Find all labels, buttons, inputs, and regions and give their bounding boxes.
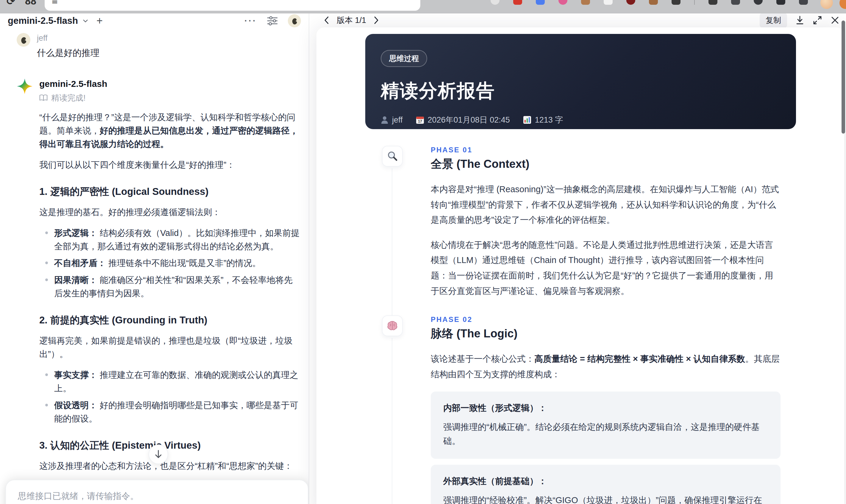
reload-icon[interactable]: ⟳ [6, 0, 15, 7]
extension-icon[interactable] [672, 0, 681, 5]
user-turn: jeff 什么是好的推理 [17, 33, 300, 59]
report-title: 精读分析报告 [381, 78, 780, 103]
magnifier-icon [382, 146, 403, 167]
phase-label: PHASE 02 [431, 316, 780, 324]
close-icon[interactable] [830, 16, 840, 25]
report-meta: jeff 17 2026年01月08日 02:45 [381, 114, 780, 125]
assistant-paragraph: 我们可以从以下四个维度来衡量什么是“好的推理”： [39, 158, 300, 172]
tab-counter[interactable]: 88 [25, 0, 36, 7]
model-selector[interactable]: gemini-2.5-flash [8, 16, 89, 26]
version-nav: 版本 1/1 [323, 15, 379, 25]
assistant-paragraph: “什么是好的推理？”这是一个涉及逻辑学、认知科学和哲学核心的问题。简单来说，好的… [39, 111, 300, 151]
separator [694, 0, 695, 5]
bullet-item: 假设透明： 好的推理会明确指明哪些是已知事实，哪些是基于可能的假设。 [54, 399, 300, 426]
dimension-card-title: 内部一致性（形式逻辑）： [443, 402, 768, 414]
dimension-card-body: 强调推理的“经验校准”。解决“GIGO（垃圾进，垃圾出）”问题，确保推理引擎运行… [443, 493, 768, 504]
bar-chart-icon [523, 116, 531, 124]
extension-icon[interactable] [776, 0, 785, 5]
text-run: 该论述基于一个核心公式： [431, 354, 534, 364]
text-run: 高质量结论 = 结构完整性 × 事实准确性 × 认知自律系数 [534, 354, 745, 364]
extension-icon[interactable] [559, 0, 567, 5]
assistant-name: gemini-2.5-flash [39, 79, 300, 89]
meta-word-count: 1213 字 [523, 114, 563, 125]
extension-icon[interactable] [799, 0, 808, 5]
text-run: 不自相矛盾： [54, 258, 106, 268]
person-icon [381, 116, 388, 124]
expand-icon[interactable] [813, 16, 822, 25]
calendar-icon: 17 [416, 116, 424, 124]
extension-icon[interactable] [649, 0, 658, 5]
phase-title: 脉络 (The Logic) [431, 326, 780, 341]
download-icon[interactable] [795, 16, 804, 25]
chevron-right-icon[interactable] [373, 16, 379, 24]
browser-toolbar: ⟳ 88 ≡ [0, 0, 846, 13]
extension-icon[interactable] [513, 0, 522, 5]
bullet-item: 因果清晰： 能准确区分“相关性”和“因果关系”，不会轻率地将先后发生的事情归为因… [54, 273, 300, 300]
svg-text:17: 17 [418, 119, 422, 124]
assistant-bullet-list: 事实支撑： 推理建立在可靠的数据、准确的观测或公认的真理之上。假设透明： 好的推… [39, 368, 300, 426]
assistant-turn: gemini-2.5-flash 精读完成! “什么是好的推理？”这是一个涉及逻… [17, 78, 300, 504]
dimension-card-body: 强调推理的“机械正确”。结论必须在给定的规则系统内逻辑自洽，这是推理的硬件基础。 [443, 420, 768, 448]
phase-paragraphs: 本内容是对“推理 (Reasoning)”这一抽象概念的高层建模。在知识爆炸与人… [431, 182, 780, 299]
scroll-to-bottom-button[interactable] [148, 445, 168, 464]
phase-section: PHASE 01全景 (The Context)本内容是对“推理 (Reason… [431, 146, 780, 299]
text-run: 我们可以从以下四个维度来衡量什么是“好的推理”： [39, 160, 235, 169]
version-label: 版本 1/1 [337, 15, 366, 25]
avatar-art-icon [19, 35, 28, 44]
extension-icon[interactable] [604, 0, 613, 5]
new-chat-button[interactable]: + [96, 16, 103, 26]
chevron-left-icon[interactable] [323, 16, 330, 24]
extension-icon[interactable] [754, 0, 763, 5]
url-bar[interactable]: ≡ [45, 0, 420, 11]
text-run: 事实支撑： [54, 370, 97, 380]
artifact-toolbar: 版本 1/1 复制 [309, 13, 846, 27]
extension-icon[interactable] [491, 0, 499, 5]
artifact-card: 思维过程 精读分析报告 jeff 17 [316, 28, 844, 504]
assistant-paragraph: 逻辑再完美，如果前提是错误的，推理也是垃圾（即“垃圾进，垃圾出”）。 [39, 334, 300, 361]
assistant-status-text: 精读完成! [51, 92, 86, 103]
phase-paragraphs: 该论述基于一个核心公式：高质量结论 = 结构完整性 × 事实准确性 × 认知自律… [431, 352, 780, 382]
user-name: jeff [37, 34, 300, 43]
assistant-paragraph: 这涉及推理者的心态和方法论，也是区分“杠精”和“思想家”的关键： [39, 460, 300, 473]
browser-profile-avatar[interactable] [821, 0, 833, 9]
assistant-bullet-list: 形式逻辑： 结构必须有效（Valid）。比如演绎推理中，如果前提全部为真，那么通… [39, 227, 300, 301]
copy-button[interactable]: 复制 [760, 13, 787, 28]
extension-icon[interactable] [536, 0, 545, 5]
phase-label: PHASE 01 [431, 146, 780, 154]
extension-row [491, 0, 808, 5]
text-run: 推理链条中不能出现“既是又非”的情况。 [106, 258, 261, 268]
phase-title: 全景 (The Context) [431, 157, 780, 172]
assistant-section-heading: 1. 逻辑的严密性 (Logical Soundness) [39, 185, 300, 198]
user-avatar[interactable] [288, 14, 301, 28]
chat-header: gemini-2.5-flash + ··· [0, 13, 309, 28]
list-icon[interactable]: ≡ [52, 0, 58, 7]
chat-scroll-area[interactable]: jeff 什么是好的推理 [0, 30, 309, 504]
bullet-item: 不自相矛盾： 推理链条中不能出现“既是又非”的情况。 [54, 256, 300, 270]
composer-input[interactable]: 思维接口已就绪，请传输指令。 [6, 480, 308, 502]
artifact-panel: 版本 1/1 复制 [309, 13, 846, 504]
phase-section: PHASE 02脉络 (The Logic)该论述基于一个核心公式：高质量结论 … [431, 316, 780, 504]
extension-icon[interactable] [708, 0, 718, 5]
text-run: 核心情境在于解决“思考的随意性”问题。不论是人类通过批判性思维进行决策，还是大语… [431, 240, 773, 296]
user-avatar [17, 33, 30, 47]
meta-date: 17 2026年01月08日 02:45 [416, 114, 510, 125]
text-run: 假设透明： [54, 400, 97, 410]
sliders-icon[interactable] [267, 16, 278, 25]
text-run: 因果清晰： [54, 275, 97, 285]
scrollbar-thumb[interactable] [842, 20, 845, 133]
text-run: 形式逻辑： [54, 228, 97, 238]
browser-orange-icon[interactable] [840, 0, 846, 9]
extension-icon[interactable] [581, 0, 590, 5]
extension-icon[interactable] [626, 0, 635, 5]
more-options-button[interactable]: ··· [244, 19, 257, 23]
text-run: 逻辑再完美，如果前提是错误的，推理也是垃圾（即“垃圾进，垃圾出”）。 [39, 336, 293, 359]
extension-icon[interactable] [731, 0, 740, 5]
user-message-text: 什么是好的推理 [37, 47, 300, 59]
meta-author: jeff [381, 115, 403, 125]
phase-paragraph: 本内容是对“推理 (Reasoning)”这一抽象概念的高层建模。在知识爆炸与人… [431, 182, 780, 228]
assistant-section-heading: 2. 前提的真实性 (Grounding in Truth) [39, 314, 300, 327]
phase-paragraph: 该论述基于一个核心公式：高质量结论 = 结构完整性 × 事实准确性 × 认知自律… [431, 352, 780, 382]
report-badge: 思维过程 [381, 50, 427, 67]
brain-icon [382, 316, 403, 336]
book-icon [39, 94, 48, 102]
